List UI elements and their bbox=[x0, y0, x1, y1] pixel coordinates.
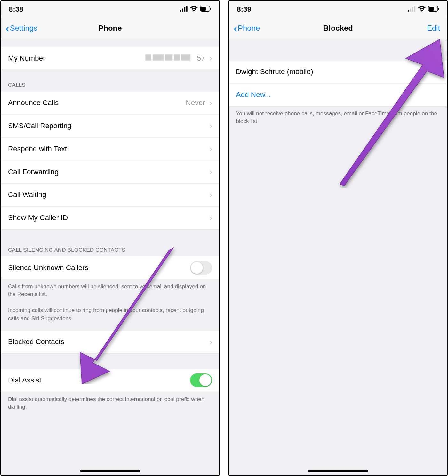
svg-rect-8 bbox=[410, 9, 411, 12]
chevron-left-icon: ‹ bbox=[5, 22, 9, 34]
chevron-right-icon: › bbox=[209, 213, 212, 223]
svg-rect-0 bbox=[180, 10, 181, 12]
svg-rect-7 bbox=[408, 10, 409, 12]
nav-bar: ‹ Phone Blocked Edit bbox=[229, 18, 447, 39]
nav-bar: ‹ Settings Phone bbox=[1, 18, 219, 39]
back-button[interactable]: ‹ Phone bbox=[233, 22, 260, 34]
my-number-label: My Number bbox=[8, 54, 45, 62]
back-label: Phone bbox=[238, 24, 260, 33]
chevron-right-icon: › bbox=[209, 121, 212, 131]
cellular-icon bbox=[180, 5, 188, 13]
chevron-left-icon: ‹ bbox=[233, 22, 237, 34]
home-indicator[interactable] bbox=[80, 470, 140, 472]
edit-button[interactable]: Edit bbox=[427, 24, 443, 33]
status-bar: 8:38 bbox=[1, 1, 219, 18]
svg-rect-5 bbox=[201, 7, 206, 11]
svg-rect-3 bbox=[186, 6, 188, 12]
footer-silence-2: Incoming calls will continue to ring fro… bbox=[1, 302, 219, 326]
chevron-right-icon: › bbox=[209, 190, 212, 200]
chevron-right-icon: › bbox=[209, 53, 212, 63]
status-icons bbox=[408, 5, 439, 13]
toggle-dial-assist[interactable] bbox=[190, 373, 212, 387]
redacted-number bbox=[146, 54, 192, 62]
chevron-right-icon: › bbox=[437, 67, 440, 77]
battery-icon bbox=[428, 5, 439, 13]
phone-settings-screen: 8:38 ‹ Settings Phone My Number 57 › CA bbox=[0, 0, 220, 476]
wifi-icon bbox=[190, 5, 198, 13]
svg-rect-10 bbox=[414, 6, 415, 12]
section-header-silencing: CALL SILENCING AND BLOCKED CONTACTS bbox=[1, 229, 219, 256]
svg-rect-6 bbox=[210, 8, 211, 10]
phone-blocked-screen: 8:39 ‹ Phone Blocked Edit Dwight Schrute… bbox=[228, 0, 448, 476]
row-add-new[interactable]: Add New... bbox=[229, 84, 447, 107]
blocked-contact-row[interactable]: Dwight Schrute (mobile) › bbox=[229, 61, 447, 84]
row-call-forwarding[interactable]: Call Forwarding › bbox=[1, 160, 219, 184]
row-dial-assist[interactable]: Dial Assist bbox=[1, 369, 219, 392]
cellular-icon bbox=[408, 5, 415, 13]
status-time: 8:38 bbox=[9, 5, 23, 14]
footer-silence-1: Calls from unknown numbers will be silen… bbox=[1, 279, 219, 302]
section-header-calls: CALLS bbox=[1, 70, 219, 92]
row-respond-with-text[interactable]: Respond with Text › bbox=[1, 137, 219, 160]
wifi-icon bbox=[418, 5, 426, 13]
row-sms-call-reporting[interactable]: SMS/Call Reporting › bbox=[1, 115, 219, 138]
row-blocked-contacts[interactable]: Blocked Contacts › bbox=[1, 331, 219, 354]
toggle-silence-unknown[interactable] bbox=[190, 261, 212, 275]
status-time: 8:39 bbox=[237, 5, 251, 14]
my-number-value: 57 › bbox=[146, 53, 212, 63]
svg-rect-2 bbox=[184, 7, 185, 12]
blocked-contact-label: Dwight Schrute (mobile) bbox=[236, 68, 313, 76]
chevron-right-icon: › bbox=[209, 144, 212, 154]
row-announce-calls[interactable]: Announce Calls Never› bbox=[1, 92, 219, 115]
row-my-number[interactable]: My Number 57 › bbox=[1, 47, 219, 70]
chevron-right-icon: › bbox=[209, 337, 212, 347]
back-label: Settings bbox=[10, 24, 37, 33]
footer-blocked: You will not receive phone calls, messag… bbox=[229, 106, 447, 129]
add-new-label: Add New... bbox=[236, 90, 271, 99]
svg-rect-1 bbox=[182, 9, 183, 12]
home-indicator[interactable] bbox=[308, 470, 368, 472]
row-silence-unknown[interactable]: Silence Unknown Callers bbox=[1, 256, 219, 279]
back-button[interactable]: ‹ Settings bbox=[5, 22, 37, 34]
status-icons bbox=[180, 5, 211, 13]
svg-rect-13 bbox=[438, 8, 439, 10]
svg-rect-9 bbox=[412, 7, 413, 12]
footer-dial-assist: Dial assist automatically determines the… bbox=[1, 392, 219, 414]
row-show-caller-id[interactable]: Show My Caller ID › bbox=[1, 207, 219, 230]
chevron-right-icon: › bbox=[209, 167, 212, 177]
row-call-waiting[interactable]: Call Waiting › bbox=[1, 184, 219, 207]
status-bar: 8:39 bbox=[229, 1, 447, 18]
battery-icon bbox=[200, 5, 212, 13]
svg-rect-12 bbox=[429, 7, 434, 11]
chevron-right-icon: › bbox=[209, 98, 212, 108]
nav-title: Blocked bbox=[229, 24, 447, 33]
